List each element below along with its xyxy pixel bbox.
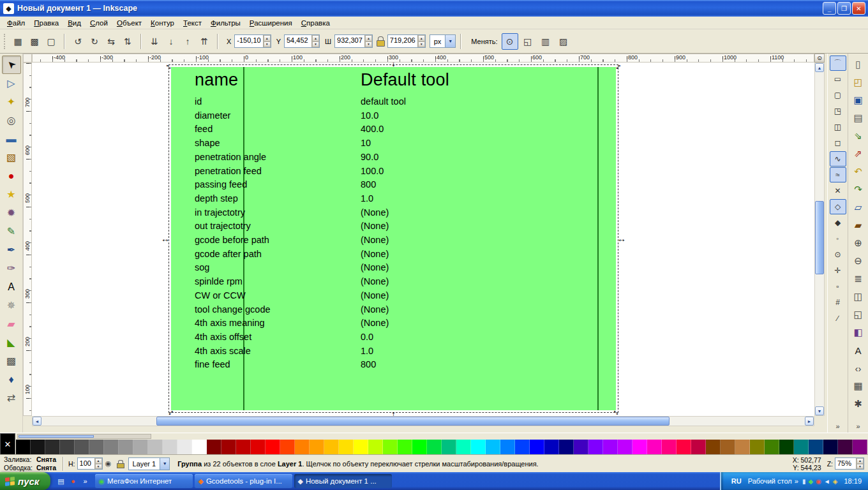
spin-down-icon[interactable]: ▼ <box>418 41 425 48</box>
horizontal-ruler[interactable]: -400-300-200-100010020030040050060070080… <box>32 54 814 63</box>
scroll-down-icon[interactable]: ▼ <box>815 406 824 415</box>
xml-editor-button[interactable]: ‹› <box>849 359 867 377</box>
palette-swatch[interactable] <box>412 440 427 455</box>
palette-swatch[interactable] <box>16 440 31 455</box>
spin-down-icon[interactable]: ▼ <box>857 464 864 470</box>
menu-item[interactable]: Объект <box>112 18 146 28</box>
tray-volume-icon[interactable]: ◄ <box>824 478 830 485</box>
zoom-tool[interactable]: ◎ <box>2 111 21 130</box>
rectangle-tool[interactable]: ▬ <box>2 130 21 148</box>
palette-swatch[interactable] <box>706 440 721 455</box>
rotate-cw-button[interactable]: ↻ <box>86 33 103 50</box>
import-button[interactable]: ⇘ <box>849 127 867 145</box>
taskbar-task-megafon[interactable]: ◉ МегаФон Интернет <box>95 474 193 488</box>
selector-tool[interactable]: ➤ <box>2 56 21 74</box>
palette-swatch[interactable] <box>310 440 324 455</box>
flip-vertical-button[interactable]: ⇅ <box>119 33 136 50</box>
spin-up-icon[interactable]: ▲ <box>264 35 271 41</box>
palette-scrollbar-thumb[interactable] <box>19 435 94 438</box>
tray-modem-icon[interactable]: ◆ <box>808 478 813 485</box>
gradient-tool[interactable]: ▩ <box>2 352 21 370</box>
palette-swatch[interactable] <box>148 440 163 455</box>
vertical-ruler[interactable]: 700600500400300200100 <box>23 63 32 416</box>
horizontal-scrollbar-thumb[interactable] <box>156 417 670 426</box>
width-field[interactable]: 932,307 ▲ ▼ <box>334 34 373 48</box>
spray-tool[interactable]: ✵ <box>2 296 21 315</box>
snap-toggle-button[interactable]: ⌒ <box>830 56 846 71</box>
quicklaunch-overflow-chevron[interactable]: » <box>80 476 90 486</box>
palette-swatch[interactable] <box>530 440 544 455</box>
menu-item[interactable]: Контур <box>146 18 179 28</box>
toolbar-overflow-chevron[interactable]: » <box>795 477 798 485</box>
palette-swatch[interactable] <box>515 440 530 455</box>
snap-nodes-button[interactable]: ∿ <box>830 151 846 167</box>
print-button[interactable]: ▤ <box>849 109 867 127</box>
snap-rotation-centers-button[interactable]: ✛ <box>830 263 846 278</box>
tray-antivirus-icon[interactable]: ◉ <box>816 478 821 485</box>
sticky-zoom-button[interactable]: ⊙ <box>814 54 825 63</box>
palette-swatch[interactable] <box>280 440 295 455</box>
copy-button[interactable]: ▱ <box>849 198 867 216</box>
selection-handle-top-middle[interactable]: ↕ <box>389 63 399 68</box>
menu-item[interactable]: Справка <box>297 18 334 28</box>
palette-swatch[interactable] <box>574 440 588 455</box>
maximize-button[interactable]: ❐ <box>837 2 851 15</box>
palette-swatch[interactable] <box>853 440 867 455</box>
y-field-value[interactable]: 54,452 <box>285 35 311 47</box>
palette-swatch[interactable] <box>354 440 368 455</box>
tray-update-icon[interactable]: ◈ <box>833 478 838 485</box>
palette-swatch[interactable] <box>295 440 310 455</box>
palette-swatch[interactable] <box>192 440 207 455</box>
snap-cusp-nodes-button[interactable]: ◇ <box>830 199 846 214</box>
move-patterns-toggle[interactable]: ▨ <box>555 33 572 50</box>
scale-corners-toggle[interactable]: ◱ <box>520 33 536 50</box>
desktop-toolbar[interactable]: Рабочий стол » <box>748 477 798 485</box>
text-tool[interactable]: A <box>2 278 21 296</box>
taskbar-task-gcodetools[interactable]: ◆ Gcodetools - plug-in I... <box>195 474 292 488</box>
open-document-button[interactable]: ◰ <box>849 73 867 91</box>
spin-down-icon[interactable]: ▼ <box>95 464 102 470</box>
height-field-value[interactable]: 719,206 <box>388 35 417 47</box>
palette-swatch[interactable] <box>177 440 192 455</box>
x-field[interactable]: -150,10 ▲ ▼ <box>234 34 271 48</box>
opacity-value[interactable]: 100 <box>78 458 94 469</box>
palette-swatch[interactable] <box>398 440 412 455</box>
fill-stroke-indicator[interactable]: Заливка: Снята Обводка: Снята <box>0 456 60 472</box>
save-button[interactable]: ▣ <box>849 91 867 109</box>
fill-stroke-dialog-button[interactable]: ◧ <box>849 323 867 341</box>
layer-lock-toggle[interactable] <box>114 458 126 470</box>
paste-button[interactable]: ▰ <box>849 216 867 234</box>
lower-button[interactable]: ↓ <box>163 33 179 50</box>
snap-bbox-edges-button[interactable]: ▢ <box>830 87 846 103</box>
pen-tool[interactable]: ✒ <box>2 241 21 259</box>
group-button[interactable]: ◱ <box>849 306 867 323</box>
select-all-layers-button[interactable]: ▩ <box>26 33 43 50</box>
palette-swatch[interactable] <box>823 440 838 455</box>
snapbar-overflow-chevron[interactable]: » <box>835 422 839 430</box>
opacity-field[interactable]: 100 ▲ ▼ <box>77 457 103 470</box>
palette-swatch[interactable] <box>691 440 706 455</box>
language-indicator[interactable]: RU <box>729 476 744 486</box>
star-tool[interactable]: ★ <box>2 185 21 204</box>
vertical-scrollbar[interactable]: ▲ ▼ <box>814 63 825 416</box>
palette-swatch[interactable] <box>163 440 177 455</box>
palette-swatch[interactable] <box>765 440 779 455</box>
palette-swatch[interactable] <box>207 440 221 455</box>
text-dialog-button[interactable]: A <box>849 341 867 359</box>
menu-item[interactable]: Правка <box>29 18 63 28</box>
layer-dropdown[interactable]: Layer 1 ▼ <box>128 457 170 470</box>
tray-network-icon[interactable]: ▮ <box>802 478 806 485</box>
new-document-button[interactable]: ▯ <box>849 56 867 73</box>
export-button[interactable]: ⇗ <box>849 145 867 163</box>
vertical-scrollbar-thumb[interactable] <box>815 201 824 274</box>
spin-down-icon[interactable]: ▼ <box>365 41 372 48</box>
zoom-in-button[interactable]: ⊕ <box>849 234 867 252</box>
snap-bbox-edge-midpoints-button[interactable]: ◫ <box>830 119 846 135</box>
horizontal-scrollbar[interactable]: ◄ ► <box>32 416 814 426</box>
close-button[interactable]: ✕ <box>852 2 865 15</box>
palette-swatch[interactable] <box>677 440 691 455</box>
palette-swatch[interactable] <box>119 440 133 455</box>
zoom-out-button[interactable]: ⊖ <box>849 252 867 270</box>
gcodetools-tool-sheet[interactable]: name Default tool id default tool diamet… <box>171 67 616 410</box>
palette-swatch[interactable] <box>324 440 339 455</box>
